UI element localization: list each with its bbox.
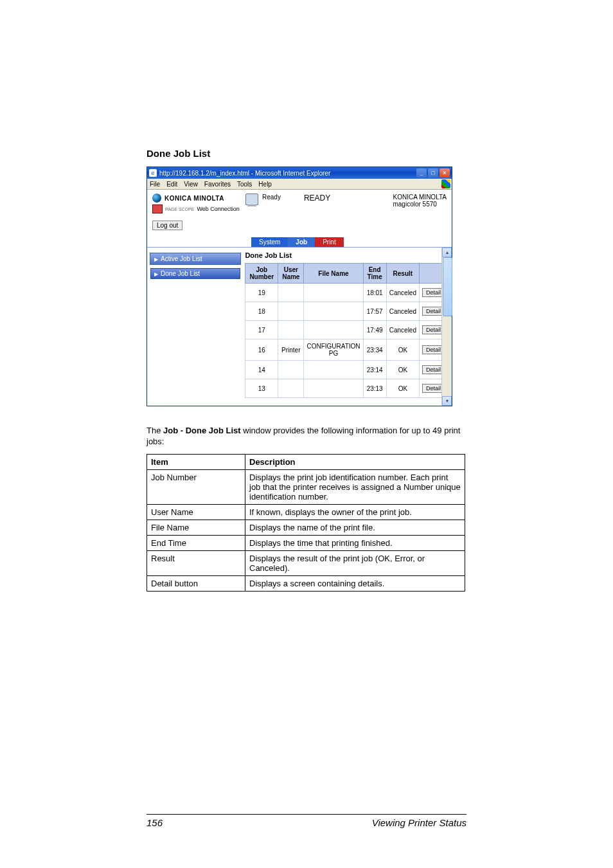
info-desc-cell: Displays the print job identification nu… <box>245 469 465 504</box>
table-cell <box>278 361 304 379</box>
page-content: KONICA MINOLTA PAGE SCOPE Web Connection… <box>147 190 452 406</box>
table-row: Detail buttonDisplays a screen containin… <box>147 575 465 591</box>
menu-tools[interactable]: Tools <box>237 181 252 188</box>
tab-print[interactable]: Print <box>315 237 344 247</box>
table-row: 1423:14OKDetail <box>245 361 448 379</box>
col-file-name: File Name <box>304 264 363 284</box>
page-footer: 156 Viewing Printer Status <box>147 814 466 828</box>
table-row: 1817:57CanceledDetail <box>245 302 448 321</box>
info-header-item: Item <box>147 454 245 469</box>
table-cell: CONFIGURATION PG <box>304 339 363 361</box>
printer-icon <box>245 194 258 205</box>
desc-bold: Job - Done Job List <box>163 426 241 435</box>
table-cell <box>278 302 304 321</box>
table-cell: Canceled <box>386 284 419 302</box>
triangle-icon: ▶ <box>154 257 158 262</box>
sidebar-item-done-jobs[interactable]: ▶Done Job List <box>150 267 241 280</box>
menu-view[interactable]: View <box>184 181 198 188</box>
info-item-cell: End Time <box>147 535 245 550</box>
scroll-thumb[interactable] <box>443 257 452 316</box>
done-job-table: Job Number User Name File Name End Time … <box>245 263 448 398</box>
table-cell <box>278 284 304 302</box>
table-cell: Printer <box>278 339 304 361</box>
table-cell: 16 <box>245 339 278 361</box>
pagescope-prefix: PAGE SCOPE <box>165 207 194 212</box>
footer-title: Viewing Printer Status <box>372 817 466 828</box>
table-cell: 23:14 <box>363 361 386 379</box>
status-large: READY <box>304 194 330 203</box>
info-desc-cell: Displays a screen containing details. <box>245 575 465 591</box>
device-brand: KONICA MINOLTA <box>393 194 447 201</box>
menu-edit[interactable]: Edit <box>166 181 177 188</box>
table-cell: 17:57 <box>363 302 386 321</box>
table-row: End TimeDisplays the time that printing … <box>147 535 465 550</box>
desc-prefix: The <box>147 426 163 435</box>
menu-file[interactable]: File <box>150 181 160 188</box>
table-cell: 18 <box>245 302 278 321</box>
tab-job[interactable]: Job <box>288 237 315 247</box>
status-small: Ready <box>262 194 281 201</box>
sidebar-item-active-jobs[interactable]: ▶Active Job List <box>150 253 241 265</box>
table-cell <box>278 379 304 398</box>
page-number: 156 <box>147 817 163 828</box>
table-cell: Canceled <box>386 302 419 321</box>
scroll-down-button[interactable]: ▾ <box>442 396 452 406</box>
table-row: 1918:01CanceledDetail <box>245 284 448 302</box>
table-cell: 13 <box>245 379 278 398</box>
browser-menubar: File Edit View Favorites Tools Help <box>147 179 452 190</box>
tab-system[interactable]: System <box>251 237 288 247</box>
brand-globe-icon <box>152 194 161 203</box>
info-desc-cell: If known, displays the owner of the prin… <box>245 504 465 520</box>
table-cell: OK <box>386 379 419 398</box>
table-cell <box>278 321 304 339</box>
device-model: magicolor 5570 <box>393 201 447 208</box>
ie-icon: e <box>149 169 157 177</box>
sidebar-item-label: Active Job List <box>161 255 202 262</box>
pane-title: Done Job List <box>245 251 448 259</box>
table-cell: 14 <box>245 361 278 379</box>
table-cell: 23:13 <box>363 379 386 398</box>
info-header-desc: Description <box>245 454 465 469</box>
table-cell <box>304 302 363 321</box>
triangle-icon: ▶ <box>154 271 158 277</box>
col-result: Result <box>386 264 419 284</box>
table-row: File NameDisplays the name of the print … <box>147 520 465 535</box>
sidebar-item-label: Done Job List <box>161 270 200 277</box>
close-button[interactable]: × <box>440 168 450 177</box>
col-job-number: Job Number <box>245 264 278 284</box>
maximize-button[interactable]: □ <box>428 168 438 177</box>
info-item-cell: File Name <box>147 520 245 535</box>
table-cell <box>304 284 363 302</box>
table-cell: OK <box>386 361 419 379</box>
table-cell <box>304 321 363 339</box>
ie-flag-icon <box>441 179 450 188</box>
sidebar: ▶Active Job List ▶Done Job List <box>147 248 244 406</box>
col-end-time: End Time <box>363 264 386 284</box>
window-title: http://192.168.1.2/m_index.html - Micros… <box>159 170 330 177</box>
table-cell: OK <box>386 339 419 361</box>
info-desc-cell: Displays the result of the print job (OK… <box>245 550 465 575</box>
info-item-cell: Job Number <box>147 469 245 504</box>
table-row: ResultDisplays the result of the print j… <box>147 550 465 575</box>
scroll-up-button[interactable]: ▴ <box>442 248 452 257</box>
col-user-name: User Name <box>278 264 304 284</box>
menu-favorites[interactable]: Favorites <box>204 181 231 188</box>
info-table: Item Description Job NumberDisplays the … <box>147 454 465 592</box>
browser-window: e http://192.168.1.2/m_index.html - Micr… <box>147 167 452 406</box>
menu-help[interactable]: Help <box>258 181 272 188</box>
logout-button[interactable]: Log out <box>152 221 182 230</box>
table-cell <box>304 361 363 379</box>
info-item-cell: Result <box>147 550 245 575</box>
table-cell: 17 <box>245 321 278 339</box>
info-desc-cell: Displays the time that printing finished… <box>245 535 465 550</box>
minimize-button[interactable]: _ <box>416 168 427 177</box>
table-cell <box>304 379 363 398</box>
table-row: Job NumberDisplays the print job identif… <box>147 469 465 504</box>
pagescope-icon <box>152 204 163 213</box>
table-cell: 17:49 <box>363 321 386 339</box>
section-heading: Done Job List <box>147 148 466 159</box>
table-cell: 19 <box>245 284 278 302</box>
table-cell: 18:01 <box>363 284 386 302</box>
info-item-cell: User Name <box>147 504 245 520</box>
scrollbar[interactable]: ▴ ▾ <box>441 248 452 406</box>
